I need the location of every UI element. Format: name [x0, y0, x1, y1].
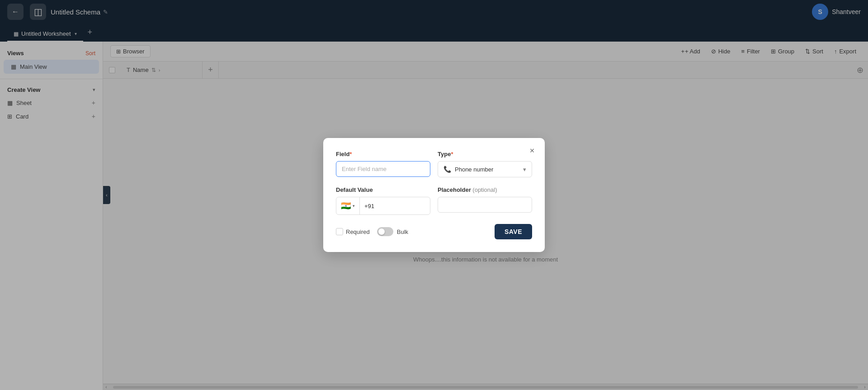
- placeholder-field: Placeholder (optional): [438, 186, 532, 215]
- type-required-asterisk: *: [451, 151, 453, 157]
- phone-type-icon: 📞: [443, 166, 451, 173]
- modal-row-field-type: Field* Type* 📞 Phone number ▾: [336, 151, 532, 177]
- default-value-label: Default Value: [336, 186, 430, 193]
- toggle-thumb: [378, 228, 385, 235]
- flag-dropdown-icon: ▾: [353, 204, 355, 208]
- type-select-left: 📞 Phone number: [443, 166, 493, 173]
- placeholder-label-text: Placeholder: [438, 186, 471, 193]
- bulk-toggle-wrapper: Bulk: [377, 227, 408, 236]
- required-checkbox-label[interactable]: Required: [336, 228, 370, 235]
- field-label: Field*: [336, 151, 430, 157]
- required-checkbox[interactable]: [336, 228, 343, 235]
- placeholder-label: Placeholder (optional): [438, 186, 532, 193]
- save-button[interactable]: SAVE: [495, 224, 532, 239]
- type-label-text: Type: [438, 151, 451, 157]
- default-value-label-text: Default Value: [336, 186, 373, 193]
- modal-close-button[interactable]: ×: [526, 144, 538, 157]
- save-label: SAVE: [505, 228, 522, 235]
- required-label: Required: [346, 228, 370, 235]
- india-flag: 🇮🇳: [341, 201, 351, 211]
- bulk-label: Bulk: [397, 228, 408, 235]
- type-field: Type* 📞 Phone number ▾: [438, 151, 532, 177]
- close-icon: ×: [530, 146, 535, 156]
- phone-code-input[interactable]: [360, 199, 430, 213]
- country-flag-button[interactable]: 🇮🇳 ▾: [336, 197, 360, 214]
- add-field-modal: × Field* Type* 📞 Phone number ▾: [323, 138, 545, 252]
- default-value-field: Default Value 🇮🇳 ▾: [336, 186, 430, 215]
- modal-footer: Required Bulk SAVE: [336, 224, 532, 239]
- placeholder-input[interactable]: [438, 197, 532, 213]
- field-required-asterisk: *: [349, 151, 352, 157]
- phone-number-text: Phone number: [455, 166, 493, 173]
- type-dropdown-chevron: ▾: [523, 166, 526, 173]
- field-name-input[interactable]: [336, 161, 430, 177]
- bulk-toggle[interactable]: [377, 227, 393, 236]
- modal-row-default-placeholder: Default Value 🇮🇳 ▾ Placeholder (optional…: [336, 186, 532, 215]
- field-label-text: Field: [336, 151, 349, 157]
- field-name-field: Field*: [336, 151, 430, 177]
- optional-text: (optional): [472, 186, 497, 193]
- phone-input-wrapper: 🇮🇳 ▾: [336, 197, 430, 215]
- type-label: Type*: [438, 151, 532, 157]
- type-select-dropdown[interactable]: 📞 Phone number ▾: [438, 161, 532, 177]
